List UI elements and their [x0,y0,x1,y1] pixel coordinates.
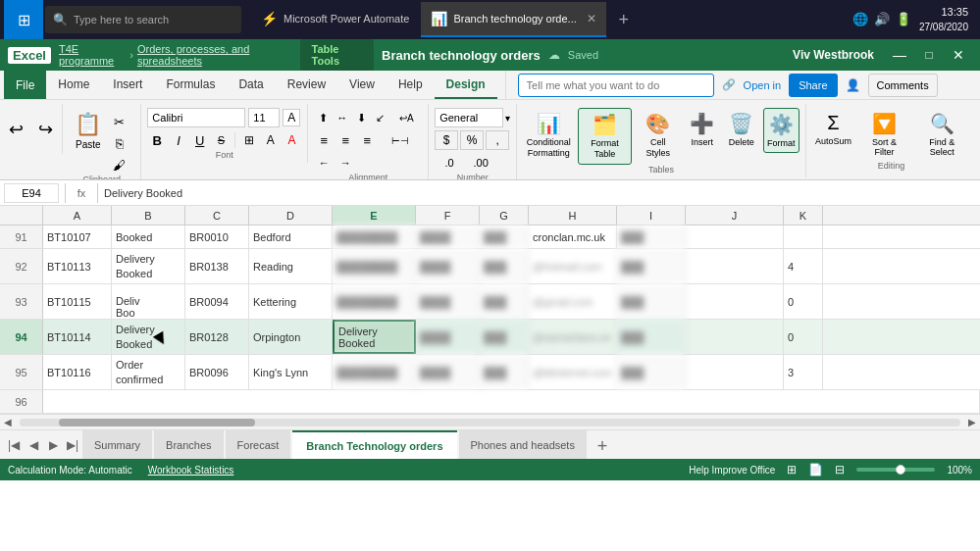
row-num-93[interactable]: 93 [0,284,43,319]
tab-forecast[interactable]: Forecast [226,430,291,459]
close-button[interactable]: ✕ [945,41,972,69]
cell-e91[interactable]: ████████ [333,225,416,248]
cell-f94[interactable]: ████ [416,320,480,354]
tab-branch-technology-orders[interactable]: Branch Technology orders [292,430,456,459]
start-button[interactable]: ⊞ [4,0,43,39]
scroll-right-button[interactable]: ▶ [964,415,980,430]
decrease-decimal-button[interactable]: .00 [466,153,495,173]
cell-b94[interactable]: DeliveryBooked [112,320,185,354]
cell-j95[interactable] [686,355,784,389]
format-as-table-button[interactable]: 🗂️ Format Table [578,108,631,165]
horizontal-scrollbar[interactable]: ◀ ▶ [0,414,980,429]
cell-k95[interactable]: 3 [784,355,823,389]
tab-insert[interactable]: Insert [101,71,154,99]
cell-j94[interactable] [686,320,784,354]
close-tab-icon[interactable]: ✕ [587,12,596,25]
col-header-k[interactable]: K [784,206,823,225]
row-num-92[interactable]: 92 [0,249,43,283]
scroll-thumb[interactable] [59,419,255,426]
table-tools-tab[interactable]: Table Tools [300,39,374,71]
cell-a94[interactable]: BT10114 [43,320,112,354]
cell-d95[interactable]: King's Lynn [249,355,333,389]
paste-button[interactable]: 📋 Paste [69,108,107,154]
zoom-slider[interactable] [856,468,935,472]
tab-home[interactable]: Home [46,71,101,99]
tab-review[interactable]: Review [276,71,337,99]
align-center-button[interactable]: ≡ [335,130,355,150]
sheet-nav-next[interactable]: ▶ [43,430,63,459]
tab-help[interactable]: Help [387,71,435,99]
cell-h94[interactable]: @samaritans.on [529,320,617,354]
align-right-button[interactable]: ≡ [357,130,377,150]
comments-button[interactable]: Comments [868,74,938,97]
cell-styles-button[interactable]: 🎨 Cell Styles [636,108,681,163]
maximize-button[interactable]: □ [915,41,943,69]
col-header-i[interactable]: I [617,206,686,225]
row-num-96[interactable]: 96 [0,390,43,413]
cell-c93[interactable]: BR0094 [185,284,249,319]
font-selector[interactable] [147,108,245,127]
sheet-nav-last[interactable]: ▶| [63,430,82,459]
cell-b95[interactable]: Orderconfirmed [112,355,185,389]
cell-i94[interactable]: ███ [617,320,686,354]
font-size-selector[interactable] [248,108,280,127]
merge-button[interactable]: ⊢⊣ [379,130,422,150]
col-header-d[interactable]: D [249,206,333,225]
italic-button[interactable]: I [169,130,188,150]
cell-k93[interactable]: 0 [784,284,823,319]
ribbon-search-input[interactable] [518,74,714,97]
cell-f93[interactable]: ████ [416,284,480,319]
conditional-formatting-button[interactable]: 📊 Conditional Formatting [523,108,574,163]
col-header-f[interactable]: F [416,206,480,225]
cell-b92[interactable]: DeliveryBooked [112,249,185,283]
cell-g93[interactable]: ███ [480,284,529,319]
cell-j92[interactable] [686,249,784,283]
col-header-e[interactable]: E [333,206,416,225]
col-header-a[interactable]: A [43,206,112,225]
cell-f91[interactable]: ████ [416,225,480,248]
row-num-94[interactable]: 94 [0,320,43,354]
cell-h92[interactable]: @hotmail.com [529,249,617,283]
tab-design[interactable]: Design [435,71,497,99]
new-tab-button[interactable]: + [608,4,640,35]
sort-filter-button[interactable]: 🔽 Sort & Filter [858,108,909,161]
cell-a91[interactable]: BT10107 [43,225,112,248]
align-middle-button[interactable]: ↔ [334,108,351,127]
align-bottom-button[interactable]: ⬇ [352,108,370,127]
cell-d93[interactable]: Kettering [249,284,333,319]
cell-e93[interactable]: ████████ [333,284,416,319]
taskbar-app-excel[interactable]: 📊 Branch technology orde... ✕ [421,2,605,37]
function-wizard-button[interactable]: fx [72,183,91,203]
col-header-j[interactable]: J [686,206,784,225]
cell-a92[interactable]: BT10113 [43,249,112,283]
breadcrumb-item-1[interactable]: T4E programme [59,43,126,67]
scroll-left-button[interactable]: ◀ [0,415,16,430]
cell-g94[interactable]: ███ [480,320,529,354]
autosum-button[interactable]: Σ AutoSum [812,108,854,150]
copy-button[interactable]: ⎘ [109,133,129,153]
cell-c94[interactable]: BR0128 [185,320,249,354]
share-button[interactable]: Share [789,74,837,97]
cell-d94[interactable]: Orpington [249,320,333,354]
cell-k92[interactable]: 4 [784,249,823,283]
cell-j93[interactable] [686,284,784,319]
col-header-g[interactable]: G [480,206,529,225]
view-break-button[interactable]: ⊟ [835,463,845,476]
tab-file[interactable]: File [4,71,46,99]
cell-i92[interactable]: ███ [617,249,686,283]
taskbar-search[interactable]: 🔍 Type here to search [45,6,241,33]
text-direction-button[interactable]: ↙ [372,108,389,127]
sheet-tab-add[interactable]: + [589,432,616,460]
cell-g92[interactable]: ███ [480,249,529,283]
tab-data[interactable]: Data [227,71,275,99]
cell-k91[interactable] [784,225,823,248]
cell-e95[interactable]: ████████ [333,355,416,389]
cell-d91[interactable]: Bedford [249,225,333,248]
cell-i95[interactable]: ███ [617,355,686,389]
cell-reference[interactable] [4,183,59,203]
cell-h91[interactable]: cronclan.mc.uk [529,225,617,248]
comma-button[interactable]: , [486,130,509,150]
breadcrumb-item-2[interactable]: Orders, processes, and spreadsheets [137,43,292,67]
percent-button[interactable]: % [460,130,484,150]
view-layout-button[interactable]: 📄 [808,463,823,476]
